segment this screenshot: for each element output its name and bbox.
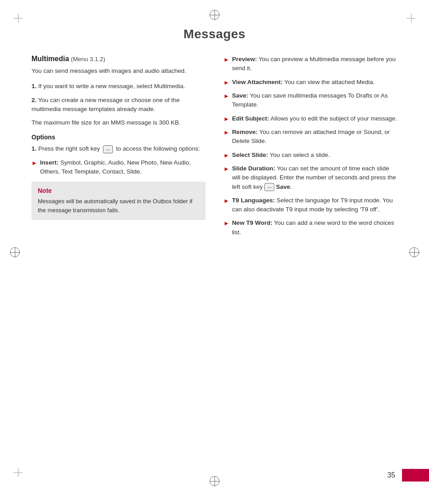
arrow-select-slide: ► bbox=[223, 151, 229, 160]
step-1: 1. If you want to write a new message, s… bbox=[31, 82, 206, 91]
text-save: Save: You can save multimedia messages T… bbox=[232, 91, 398, 110]
section-title: Multimedia bbox=[31, 55, 69, 62]
arrow-t9-languages: ► bbox=[223, 196, 229, 205]
arrow-new-t9-word: ► bbox=[223, 219, 229, 228]
options-step-1: 1. Press the right soft key to access th… bbox=[31, 144, 206, 153]
step-1-number: 1. bbox=[31, 83, 36, 89]
insert-bullet: ► Insert: Symbol, Graphic, Audio, New Ph… bbox=[31, 158, 206, 177]
text-remove: Remove: You can remove an attached Image… bbox=[232, 128, 398, 146]
bullet-new-t9-word: ► New T9 Word: You can add a new word to… bbox=[223, 219, 398, 237]
crosshair-top bbox=[210, 10, 219, 20]
arrow-slide-duration: ► bbox=[223, 165, 229, 174]
corner-mark-bl bbox=[13, 468, 22, 477]
bullet-select-slide: ► Select Slide: You can select a slide. bbox=[223, 151, 398, 160]
bullet-save: ► Save: You can save multimedia messages… bbox=[223, 91, 398, 110]
note-title: Note bbox=[38, 187, 199, 194]
left-soft-key-icon bbox=[264, 183, 274, 191]
bullet-t9-languages: ► T9 Languages: Select the language for … bbox=[223, 196, 398, 214]
section-heading: Multimedia (Menu 3.1.2) bbox=[31, 55, 206, 63]
bullet-slide-duration: ► Slide Duration: You can set the amount… bbox=[223, 164, 398, 192]
right-column: ► Preview: You can preview a Multimedia … bbox=[223, 55, 398, 241]
text-t9-languages: T9 Languages: Select the language for T9… bbox=[232, 196, 398, 214]
step-2-number: 2. bbox=[31, 97, 36, 103]
text-new-t9-word: New T9 Word: You can add a new word to t… bbox=[232, 219, 398, 237]
bullet-edit-subject: ► Edit Subject: Allows you to edit the s… bbox=[223, 114, 398, 124]
arrow-preview: ► bbox=[223, 55, 229, 64]
arrow-save: ► bbox=[223, 92, 229, 101]
section-intro: You can send messages with images and au… bbox=[31, 67, 206, 76]
arrow-view-attachment: ► bbox=[223, 78, 229, 87]
step-2: 2. You can create a new message or choos… bbox=[31, 96, 206, 114]
bullet-preview: ► Preview: You can preview a Multimedia … bbox=[223, 55, 398, 73]
options-heading: Options bbox=[31, 134, 206, 141]
save-key-label: Save bbox=[276, 183, 290, 192]
bullet-remove: ► Remove: You can remove an attached Ima… bbox=[223, 128, 398, 146]
crosshair-bottom bbox=[210, 476, 219, 486]
note-text: Messages will be automatically saved in … bbox=[38, 197, 199, 214]
page-footer-bar bbox=[402, 469, 429, 482]
page-number: 35 bbox=[387, 471, 395, 479]
bullet-arrow-insert: ► bbox=[31, 159, 37, 168]
text-view-attachment: View Attachment: You can view the attach… bbox=[232, 78, 375, 87]
arrow-edit-subject: ► bbox=[223, 115, 229, 124]
note-box: Note Messages will be automatically save… bbox=[31, 182, 206, 220]
step-1-text: If you want to write a new message, sele… bbox=[38, 83, 185, 89]
corner-mark-tr bbox=[407, 13, 416, 22]
text-preview: Preview: You can preview a Multimedia me… bbox=[232, 55, 398, 73]
insert-text: Insert: Symbol, Graphic, Audio, New Phot… bbox=[40, 158, 206, 177]
crosshair-right bbox=[409, 247, 419, 257]
arrow-remove: ► bbox=[223, 128, 229, 137]
file-size-note: The maximum file size for an MMS message… bbox=[31, 118, 206, 127]
text-slide-duration: Slide Duration: You can set the amount o… bbox=[232, 164, 398, 192]
corner-mark-tl bbox=[13, 13, 22, 22]
content-area: Multimedia (Menu 3.1.2) You can send mes… bbox=[0, 55, 429, 241]
right-soft-key-icon bbox=[103, 145, 113, 153]
page-container: Messages Multimedia (Menu 3.1.2) You can… bbox=[0, 0, 429, 504]
crosshair-left bbox=[10, 247, 20, 257]
page-title: Messages bbox=[0, 0, 429, 55]
bullet-view-attachment: ► View Attachment: You can view the atta… bbox=[223, 78, 398, 87]
text-select-slide: Select Slide: You can select a slide. bbox=[232, 151, 330, 160]
section-subtitle: (Menu 3.1.2) bbox=[71, 56, 105, 62]
left-column: Multimedia (Menu 3.1.2) You can send mes… bbox=[31, 55, 206, 241]
text-edit-subject: Edit Subject: Allows you to edit the sub… bbox=[232, 114, 397, 123]
step-2-text: You can create a new message or choose o… bbox=[31, 97, 180, 112]
